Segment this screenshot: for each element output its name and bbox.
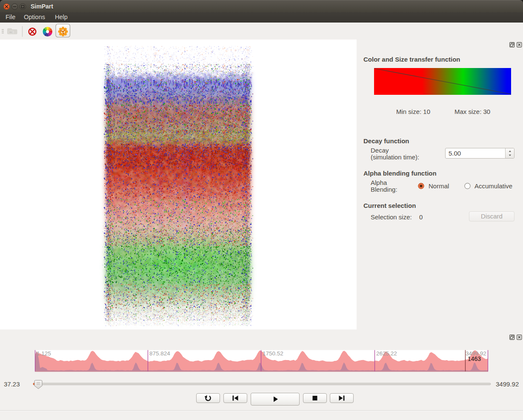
svg-text:BC: BC [9,31,13,34]
